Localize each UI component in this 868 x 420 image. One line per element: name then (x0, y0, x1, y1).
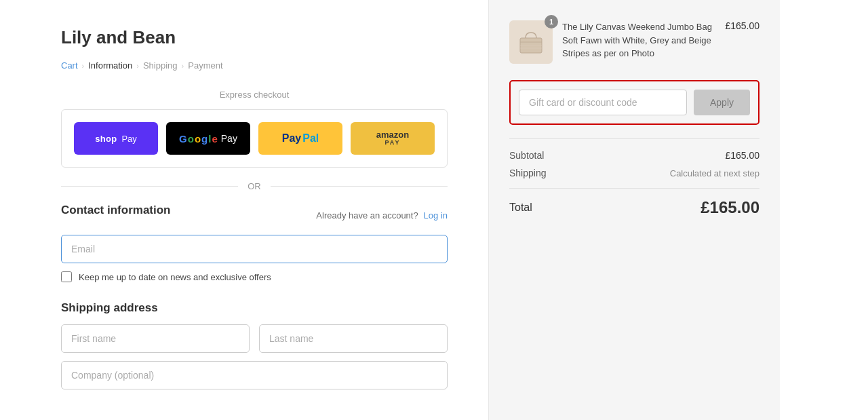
breadcrumb-payment: Payment (188, 60, 222, 71)
total-label: Total (509, 202, 532, 214)
divider-or: OR (61, 181, 448, 191)
breadcrumb-chevron-3: › (182, 62, 184, 70)
contact-section-title: Contact information (61, 204, 171, 217)
login-link[interactable]: Log in (424, 210, 448, 221)
breadcrumb: Cart › Information › Shipping › Payment (61, 60, 448, 71)
first-name-field[interactable] (61, 324, 250, 353)
apply-button[interactable]: Apply (694, 90, 750, 115)
express-checkout-label: Express checkout (61, 90, 448, 100)
product-row: 1 The Lily Canvas Weekend Jumbo Bag Soft… (509, 20, 760, 64)
gpay-button[interactable]: G o o g l e Pay (166, 122, 250, 155)
total-value: £165.00 (701, 198, 760, 217)
product-price: £165.00 (725, 20, 760, 31)
newsletter-row: Keep me up to date on news and exclusive… (61, 271, 448, 282)
order-summary-panel: 1 The Lily Canvas Weekend Jumbo Bag Soft… (488, 0, 780, 420)
breadcrumb-chevron-1: › (82, 62, 85, 70)
breadcrumb-information: Information (88, 60, 132, 71)
product-image (509, 20, 553, 64)
shop-pay-label: Pay (121, 134, 136, 144)
subtotal-label: Subtotal (509, 150, 544, 161)
product-bag-icon (516, 27, 546, 57)
amazon-pay-icon: amazon pay (376, 130, 409, 147)
already-account-text: Already have an account? Log in (316, 210, 448, 221)
paypal-icon: Pay Pal (282, 132, 319, 145)
brand-title: Lily and Bean (61, 27, 448, 48)
express-checkout-box: shop Pay G o o g l e Pay Pay Pal (61, 109, 448, 168)
shipping-section-title: Shipping address (61, 301, 448, 315)
paypal-button[interactable]: Pay Pal (258, 122, 342, 155)
company-field[interactable] (61, 361, 448, 389)
discount-section: Apply (509, 80, 760, 125)
total-row: Total £165.00 (509, 188, 760, 217)
last-name-field[interactable] (259, 324, 448, 353)
product-image-wrap: 1 (509, 20, 553, 64)
product-quantity-badge: 1 (545, 15, 558, 28)
contact-header: Contact information Already have an acco… (61, 204, 448, 227)
subtotal-row: Subtotal £165.00 (509, 150, 760, 161)
discount-code-input[interactable] (519, 90, 687, 115)
shipping-address-section: Shipping address (61, 301, 448, 389)
breadcrumb-cart[interactable]: Cart (61, 60, 78, 71)
order-summary: Subtotal £165.00 Shipping Calculated at … (509, 138, 760, 217)
product-name: The Lily Canvas Weekend Jumbo Bag Soft F… (562, 20, 715, 60)
subtotal-value: £165.00 (725, 150, 760, 161)
breadcrumb-shipping: Shipping (143, 60, 178, 71)
shipping-value: Calculated at next step (670, 168, 760, 178)
shipping-label: Shipping (509, 168, 547, 178)
shop-pay-button[interactable]: shop Pay (74, 122, 158, 155)
newsletter-checkbox[interactable] (61, 271, 72, 282)
product-info: The Lily Canvas Weekend Jumbo Bag Soft F… (562, 20, 715, 60)
shop-pay-icon: shop (95, 134, 117, 144)
shipping-row: Shipping Calculated at next step (509, 168, 760, 178)
breadcrumb-chevron-2: › (136, 62, 139, 70)
name-row (61, 324, 448, 353)
amazon-pay-button[interactable]: amazon pay (351, 122, 435, 155)
email-field[interactable] (61, 235, 448, 263)
newsletter-label: Keep me up to date on news and exclusive… (79, 272, 271, 282)
gpay-icon: G o o g l e Pay (179, 133, 237, 145)
